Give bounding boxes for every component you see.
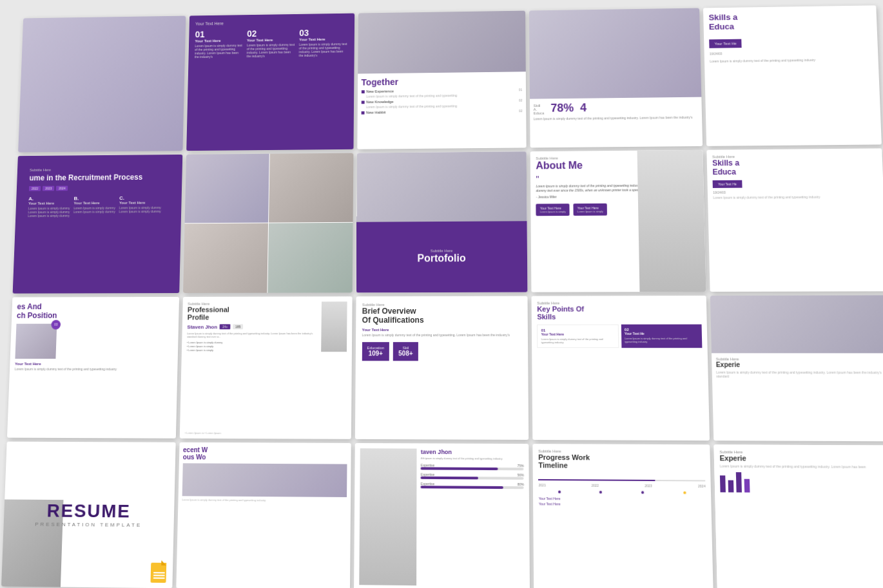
slide-together: Together New Experience 01 Lorem Ipsum i…	[357, 11, 527, 149]
slide12-content: Subtitle Here Professional Profile Stave…	[180, 296, 353, 439]
slide6-title-b: Your Text Here	[73, 201, 115, 205]
slide9-btn2: Your Text Here Lorem Ipsum is simply	[574, 204, 607, 216]
slide13-desc: Lorem Ipsum is simply dummy text of the …	[362, 332, 522, 336]
slide11-desc: Lorem Ipsum is simply dummy text of the …	[15, 366, 173, 370]
slide3-title: Together	[362, 75, 523, 87]
slide-portfolio: Subtitle Here Portofolio	[356, 151, 528, 292]
slide-professional-profile: Subtitle Here Professional Profile Stave…	[180, 296, 353, 439]
slide10-date: 19/24/03	[713, 189, 878, 194]
icon-line-2	[153, 574, 165, 576]
slide6-title-a: Your Text Here	[28, 201, 70, 205]
slide13-stat-2: Skil 508+	[393, 342, 418, 361]
slide2-label-2: Your Text Here	[247, 38, 295, 43]
slide18-bar3-fill	[421, 486, 503, 489]
slide18-subtitle: 4th ipsum is simply dummy text of the pr…	[421, 457, 524, 460]
slide19-item-1: Your Text Here	[539, 497, 706, 502]
slide8-purple-bottom: Subtitle Here Portofolio	[356, 221, 528, 292]
slide20-title: Experie	[719, 454, 883, 463]
slide11-badge: 03	[51, 319, 61, 329]
slide15-top	[710, 295, 883, 353]
slide3-bottom: Together New Experience 01 Lorem Ipsum i…	[357, 72, 526, 119]
slide16-center: RESUME PRESENTATION TEMPLATE	[35, 500, 142, 528]
slide18-right: taven Jhon 4th ipsum is simply dummy tex…	[421, 449, 525, 587]
slide19-years: 2021 2022 2023 2024	[538, 483, 705, 488]
slide20-desc: Lorem Ipsum is simply dummy text of the …	[720, 464, 883, 469]
slide-writing-photo: Subtitle Here Experie Lorem Ipsum is sim…	[710, 295, 883, 442]
slide18-bars: Expertise 75% Expertise 56%	[421, 463, 524, 489]
slide4-edu-text: Educa	[534, 111, 545, 115]
slide4-bottom: Skill A. Educa 78% 4 Lorem Ipsum is simp…	[530, 97, 702, 124]
slide19-year-2: 2022	[592, 484, 599, 488]
slide6-years: 2022 2023 2024	[29, 185, 170, 191]
slide4-percent: 78%	[550, 102, 574, 115]
slide13-content: Subtitle Here Brief Overview Of Qualific…	[355, 296, 528, 367]
icon-lines	[153, 572, 164, 579]
slide4-skill-row: Skill A. Educa 78% 4	[533, 100, 699, 115]
slide6-year-2: 2023	[43, 185, 55, 191]
slide12-left: Subtitle Here Professional Profile Stave…	[187, 301, 319, 352]
slide18-photo	[359, 448, 417, 585]
slide7-photo-3	[183, 223, 268, 292]
slide3-list: New Experience 01 Lorem Ipsum is simply …	[361, 88, 522, 115]
slide18-bar1-pct: 75%	[517, 464, 523, 468]
slide14-item1-desc: Lorem Ipsum is simply dummy text of the …	[541, 337, 615, 343]
slide20-content: Subtitle Here Experie Lorem Ipsum is sim…	[714, 445, 883, 588]
slide-brief-overview: Subtitle Here Brief Overview Of Qualific…	[354, 296, 529, 440]
slide-education: Skills aEduca Your Text He 19/24/03 Lore…	[703, 5, 882, 146]
slide-experience: Subtitle Here Experie Lorem Ipsum is sim…	[714, 445, 883, 588]
slide18-bar1-label: Expertise	[421, 463, 434, 467]
slide19-items: Your Text Here Your Text Here	[539, 497, 706, 507]
slide19-year-3: 2023	[645, 484, 652, 488]
slide2-numbered-row: 01 Your Text Here Lorem Ipsum is simply …	[195, 27, 348, 59]
slide11-photo: 03	[15, 323, 57, 358]
slide6-col-c: C. Your Text Here Lorem Ipsum is simply …	[119, 195, 161, 217]
slide-skills-partial: Subtitle Here Skills a Educa Your Text H…	[707, 148, 883, 291]
slide10-btn: Your Text He	[713, 180, 742, 187]
slide15-desc: Lorem Ipsum is simply dummy text of the …	[716, 370, 883, 379]
slide15-title: Experie	[716, 361, 883, 368]
slide13-stat2-num: 508+	[398, 350, 413, 357]
slide-people-collage	[183, 153, 353, 292]
slide4-skill-label: Skill A. Educa	[533, 104, 544, 116]
slide5-btn: Your Text He	[709, 39, 741, 48]
slide7-grid	[183, 153, 353, 292]
slide-key-points: Subtitle Here Key Points Of Skills 01 Yo…	[532, 296, 710, 441]
chart-bar-4	[744, 479, 750, 493]
slide12-name: Staven Jhon	[187, 324, 217, 330]
slide11-title: es Andch Position	[17, 301, 174, 319]
slide12-title: Professional Profile	[188, 305, 319, 321]
slide18-bar2-fill	[421, 477, 478, 480]
chart-bar-1	[720, 476, 726, 493]
slide12-list-1: • Lorem Ipsum is simply dummy	[187, 341, 318, 344]
slide8-photo	[356, 151, 527, 222]
slide13-stat-1: Education 109+	[362, 342, 389, 361]
slide2-label-3: Your Text Here	[299, 37, 348, 42]
slide-meeting-photo: Skill A. Educa 78% 4 Lorem Ipsum is simp…	[529, 8, 703, 148]
slide12-desc: Lorem Ipsum is simply dummy text of the …	[187, 332, 318, 338]
slide14-items: 01 Your Text Here Lorem Ipsum is simply …	[537, 324, 702, 348]
slide9-content: Subtitle Here About Me " Lorem Ipsum is …	[530, 150, 706, 292]
slide18-bar-3: Expertise 80%	[421, 482, 524, 489]
slide18-bar2-bg	[421, 477, 524, 480]
slide10-title: Skills a Educa	[712, 157, 878, 176]
slide17-desc: Lorem Ipsum is simply dummy text of the …	[182, 498, 346, 503]
slide3-item-label-2: New Knowledge	[366, 100, 393, 104]
slide13-your-text: Your Text Here	[362, 327, 521, 331]
slide2-item-3: 03 Your Text Here Lorem Ipsum is simply …	[299, 27, 348, 57]
slide6-desc-a: Lorem Ipsum is simply dummyLorem Ipsum i…	[28, 206, 70, 218]
slide20-chart	[720, 472, 883, 493]
slide16-subtitle: PRESENTATION TEMPLATE	[35, 522, 142, 529]
slide3-item-num-3: 02	[519, 109, 523, 113]
slide16-title: RESUME	[35, 500, 143, 522]
slide1-photo	[18, 16, 186, 153]
slide9-btn1: Your Text Here Lorem Ipsum is simply	[536, 204, 570, 216]
slide18-name: taven Jhon	[421, 449, 524, 456]
icon-line-3	[153, 577, 164, 578]
slide19-dot-3	[641, 491, 645, 495]
slide14-item2-text: Your Text He	[625, 331, 699, 335]
slide6-col-b: B. Your Text Here Lorem Ipsum is simply …	[73, 195, 116, 217]
slide14-item2-desc: Lorem Ipsum is simply dummy text of the …	[625, 336, 699, 343]
slide14-content: Subtitle Here Key Points Of Skills 01 Yo…	[532, 296, 708, 353]
slide2-num-1: 01	[195, 29, 244, 39]
slide19-dot-1	[558, 490, 561, 494]
